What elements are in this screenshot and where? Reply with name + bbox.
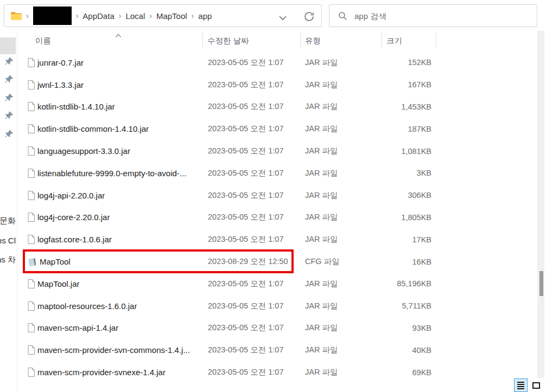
- sidebar-item-partial[interactable]: ns 차: [0, 255, 16, 265]
- file-name: maven-scm-provider-svn-commons-1.4.j...: [37, 345, 190, 355]
- table-row[interactable]: kotlin-stdlib-1.4.10.jar 2023-05-05 오전 1…: [17, 96, 537, 118]
- file-name: MapTool.jar: [37, 279, 80, 288]
- file-type: JAR 파일: [300, 212, 382, 222]
- redacted-username: [33, 7, 72, 25]
- file-name: maven-scm-provider-svnexe-1.4.jar: [37, 368, 166, 377]
- pushpin-icon[interactable]: [5, 75, 14, 84]
- table-row[interactable]: maven-scm-provider-svnexe-1.4.jar 2023-0…: [17, 361, 537, 383]
- table-row[interactable]: log4j-api-2.20.0.jar 2023-05-05 오전 1:07 …: [17, 184, 537, 207]
- column-divider[interactable]: [436, 31, 436, 48]
- table-row[interactable]: log4j-core-2.20.0.jar 2023-05-05 오전 1:07…: [17, 207, 537, 229]
- table-row[interactable]: jwnl-1.3.3.jar 2023-05-05 오전 1:07 JAR 파일…: [17, 74, 537, 96]
- address-bar[interactable]: › › AppData › Local › MapTool › app: [4, 4, 322, 27]
- file-date-modified: 2023-05-05 오전 1:07: [202, 345, 300, 355]
- file-size: 17KB: [382, 235, 436, 244]
- file-date-modified: 2023-08-29 오전 12:50: [202, 256, 300, 267]
- column-header-date-modified[interactable]: 수정한 날짜: [207, 36, 249, 46]
- table-row[interactable]: logfast.core-1.0.6.jar 2023-05-05 오전 1:0…: [17, 228, 537, 250]
- table-row[interactable]: languagesupport-3.3.0.jar 2023-05-05 오전 …: [17, 140, 537, 162]
- file-size: 1,081KB: [382, 147, 436, 156]
- file-size: 1,453KB: [382, 102, 436, 111]
- jar-file-icon: [28, 235, 35, 244]
- search-input[interactable]: [354, 11, 517, 21]
- file-type: JAR 파일: [300, 57, 382, 68]
- pushpin-icon[interactable]: [5, 130, 14, 139]
- table-row[interactable]: junrar-0.7.jar 2023-05-05 오전 1:07 JAR 파일…: [17, 52, 537, 74]
- breadcrumb-appdata[interactable]: AppData: [82, 11, 114, 21]
- file-name: listenablefuture-9999.0-empty-to-avoid-.…: [37, 169, 186, 178]
- file-name: log4j-core-2.20.0.jar: [37, 213, 110, 222]
- file-size: 69KB: [382, 368, 436, 377]
- file-type: JAR 파일: [300, 323, 382, 333]
- column-divider[interactable]: [382, 31, 382, 48]
- search-icon: [338, 11, 347, 21]
- jar-file-icon: [28, 169, 35, 178]
- file-size: 85,196KB: [382, 279, 436, 288]
- pushpin-icon[interactable]: [5, 93, 14, 102]
- file-type: JAR 파일: [300, 279, 382, 289]
- file-name: junrar-0.7.jar: [37, 58, 84, 67]
- column-divider[interactable]: [300, 31, 301, 48]
- file-date-modified: 2023-05-05 오전 1:07: [202, 301, 300, 311]
- file-type: JAR 파일: [300, 146, 382, 156]
- refresh-icon[interactable]: [303, 11, 315, 24]
- table-row[interactable]: MapTool 2023-08-29 오전 12:50 CFG 파일 16KB: [17, 250, 537, 273]
- file-date-modified: 2023-05-05 오전 1:07: [202, 168, 300, 178]
- file-name: languagesupport-3.3.0.jar: [37, 146, 130, 156]
- file-size: 1,805KB: [382, 213, 436, 222]
- file-type: JAR 파일: [300, 367, 382, 377]
- file-explorer-window: › › AppData › Local › MapTool › app: [0, 0, 546, 392]
- jar-file-icon: [28, 345, 35, 355]
- file-size: 16KB: [382, 258, 436, 266]
- file-date-modified: 2023-05-05 오전 1:07: [202, 323, 300, 333]
- vertical-scrollbar-track[interactable]: [537, 31, 544, 378]
- file-name: kotlin-stdlib-1.4.10.jar: [37, 102, 115, 111]
- file-date-modified: 2023-05-05 오전 1:07: [202, 101, 300, 112]
- table-row[interactable]: maptool-resources-1.6.0.jar 2023-05-05 오…: [17, 295, 537, 317]
- table-row[interactable]: MapTool.jar 2023-05-05 오전 1:07 JAR 파일 85…: [17, 273, 537, 295]
- breadcrumb-separator: ›: [145, 11, 156, 20]
- column-header-name[interactable]: 이름: [35, 36, 51, 46]
- file-type: JAR 파일: [300, 168, 382, 178]
- file-size: 306KB: [382, 191, 436, 200]
- table-row[interactable]: maven-scm-api-1.4.jar 2023-05-05 오전 1:07…: [17, 317, 537, 339]
- breadcrumb-local[interactable]: Local: [125, 11, 145, 21]
- details-view-button[interactable]: [514, 378, 528, 392]
- file-type: JAR 파일: [300, 190, 382, 201]
- file-name: kotlin-stdlib-common-1.4.10.jar: [37, 124, 149, 133]
- file-name: jwnl-1.3.3.jar: [37, 80, 84, 89]
- table-row[interactable]: kotlin-stdlib-common-1.4.10.jar 2023-05-…: [17, 118, 537, 140]
- jar-file-icon: [28, 323, 35, 332]
- folder-icon: [10, 11, 22, 21]
- breadcrumb-separator: ›: [22, 11, 33, 20]
- file-size: 3KB: [382, 169, 436, 177]
- table-row[interactable]: maven-scm-provider-svn-commons-1.4.j... …: [17, 339, 537, 361]
- file-type: CFG 파일: [300, 256, 382, 267]
- jar-file-icon: [28, 146, 35, 156]
- table-row[interactable]: listenablefuture-9999.0-empty-to-avoid-.…: [17, 162, 537, 184]
- breadcrumb-app[interactable]: app: [198, 11, 212, 21]
- pushpin-icon[interactable]: [5, 111, 14, 120]
- column-header-size[interactable]: 크기: [386, 36, 402, 46]
- column-divider[interactable]: [202, 31, 203, 48]
- breadcrumb-separator: ›: [72, 11, 83, 20]
- sidebar-item-partial[interactable]: 문화: [0, 216, 16, 226]
- breadcrumb-separator: ›: [187, 11, 199, 20]
- jar-file-icon: [28, 368, 35, 377]
- file-size: 152KB: [382, 58, 436, 67]
- file-type: JAR 파일: [300, 124, 382, 134]
- column-header-type[interactable]: 유형: [305, 36, 321, 46]
- file-date-modified: 2023-05-05 오전 1:07: [202, 57, 300, 68]
- breadcrumb-maptool[interactable]: MapTool: [156, 11, 187, 21]
- sidebar-item-partial[interactable]: ns Cl: [0, 236, 16, 246]
- file-size: 5,711KB: [382, 301, 436, 310]
- large-icons-view-button[interactable]: [530, 379, 542, 392]
- pushpin-icon[interactable]: [5, 57, 14, 66]
- jar-file-icon: [28, 102, 35, 111]
- search-bar[interactable]: [329, 4, 537, 27]
- chevron-down-icon[interactable]: [278, 13, 287, 23]
- vertical-scrollbar-thumb[interactable]: [539, 271, 543, 296]
- file-name: logfast.core-1.0.6.jar: [37, 235, 112, 244]
- file-size: 40KB: [382, 346, 436, 355]
- sidebar-selected-item-edge[interactable]: [0, 37, 16, 54]
